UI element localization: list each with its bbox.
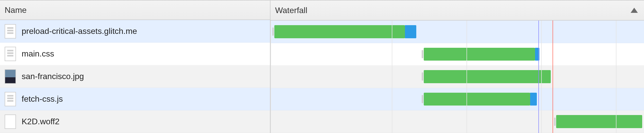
request-name: fetch-css.js xyxy=(22,94,63,104)
waterfall-row[interactable] xyxy=(270,110,644,133)
column-waterfall: Waterfall xyxy=(270,1,644,133)
timing-bar[interactable] xyxy=(424,70,551,83)
request-name: san-francisco.jpg xyxy=(22,72,84,81)
download-segment xyxy=(530,93,537,106)
load-marker xyxy=(553,21,553,133)
waiting-segment xyxy=(424,93,530,106)
domcontentloaded-marker xyxy=(538,21,539,133)
document-file-icon xyxy=(5,47,16,61)
queue-tick xyxy=(554,118,556,126)
sort-ascending-icon xyxy=(631,8,638,13)
image-file-icon xyxy=(5,69,16,84)
queue-tick xyxy=(422,95,423,103)
waterfall-row[interactable] xyxy=(270,21,644,43)
waterfall-gridline xyxy=(541,21,542,133)
column-header-waterfall[interactable]: Waterfall xyxy=(270,1,644,21)
waterfall-row[interactable] xyxy=(270,88,644,111)
waterfall-gridline xyxy=(392,21,392,133)
waterfall-row[interactable] xyxy=(270,43,644,66)
queue-tick xyxy=(422,50,423,58)
column-header-name[interactable]: Name xyxy=(0,1,270,20)
request-row[interactable]: main.css xyxy=(0,43,270,65)
queue-tick xyxy=(422,72,423,81)
request-name: main.css xyxy=(22,49,54,59)
request-row[interactable]: san-francisco.jpg xyxy=(0,65,270,88)
waterfall-rows xyxy=(270,21,644,133)
waiting-segment xyxy=(424,70,551,83)
waterfall-row[interactable] xyxy=(270,65,644,88)
request-row[interactable]: K2D.woff2 xyxy=(0,110,270,133)
column-name: Name preload-critical-assets.glitch.mema… xyxy=(0,1,270,133)
waiting-segment xyxy=(274,25,405,38)
request-name: preload-critical-assets.glitch.me xyxy=(22,26,137,36)
column-header-name-label: Name xyxy=(5,5,27,15)
request-name: K2D.woff2 xyxy=(22,117,60,126)
timing-bar[interactable] xyxy=(274,25,416,38)
waterfall-gridline xyxy=(616,21,616,133)
waterfall-body xyxy=(270,21,644,133)
timing-bar[interactable] xyxy=(424,48,540,61)
document-file-icon xyxy=(5,24,16,39)
request-row[interactable]: preload-critical-assets.glitch.me xyxy=(0,20,270,43)
font-file-icon xyxy=(5,115,16,129)
timing-bar[interactable] xyxy=(556,115,642,128)
network-panel: Name preload-critical-assets.glitch.mema… xyxy=(0,0,644,133)
document-file-icon xyxy=(5,92,16,106)
request-row[interactable]: fetch-css.js xyxy=(0,88,270,110)
download-segment xyxy=(405,25,416,38)
waterfall-gridline xyxy=(467,21,467,133)
waiting-segment xyxy=(424,48,535,61)
column-header-waterfall-label: Waterfall xyxy=(275,6,307,15)
waterfall-gridline xyxy=(270,21,271,133)
name-rows: preload-critical-assets.glitch.memain.cs… xyxy=(0,20,270,133)
waiting-segment xyxy=(556,115,642,128)
timing-bar[interactable] xyxy=(424,93,537,106)
queue-tick xyxy=(272,27,274,36)
